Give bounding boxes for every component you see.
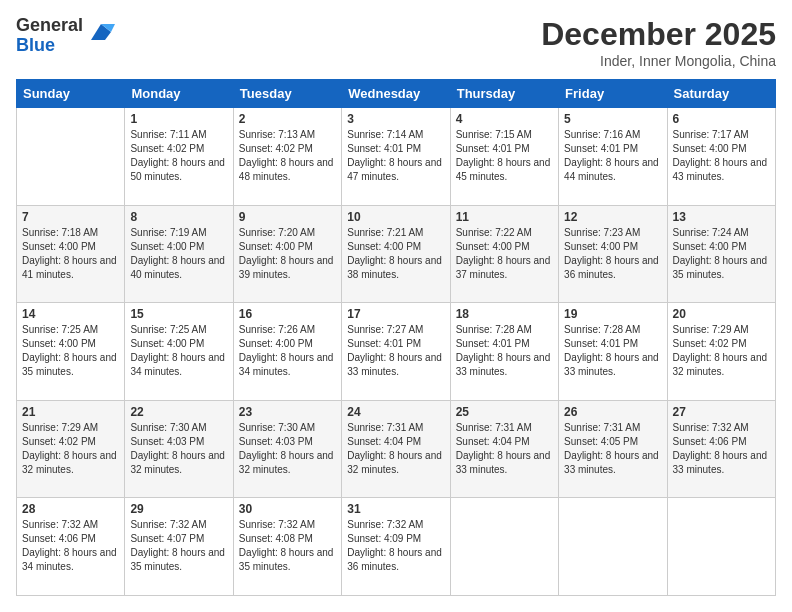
table-row: 27 Sunrise: 7:32 AMSunset: 4:06 PMDaylig… bbox=[667, 400, 775, 498]
cell-info: Sunrise: 7:17 AMSunset: 4:00 PMDaylight:… bbox=[673, 129, 768, 182]
cell-info: Sunrise: 7:25 AMSunset: 4:00 PMDaylight:… bbox=[130, 324, 225, 377]
cell-info: Sunrise: 7:27 AMSunset: 4:01 PMDaylight:… bbox=[347, 324, 442, 377]
table-row: 13 Sunrise: 7:24 AMSunset: 4:00 PMDaylig… bbox=[667, 205, 775, 303]
header-wednesday: Wednesday bbox=[342, 80, 450, 108]
day-number: 14 bbox=[22, 307, 119, 321]
location: Inder, Inner Mongolia, China bbox=[541, 53, 776, 69]
cell-info: Sunrise: 7:29 AMSunset: 4:02 PMDaylight:… bbox=[673, 324, 768, 377]
cell-info: Sunrise: 7:32 AMSunset: 4:08 PMDaylight:… bbox=[239, 519, 334, 572]
cell-info: Sunrise: 7:31 AMSunset: 4:05 PMDaylight:… bbox=[564, 422, 659, 475]
cell-info: Sunrise: 7:16 AMSunset: 4:01 PMDaylight:… bbox=[564, 129, 659, 182]
cell-info: Sunrise: 7:29 AMSunset: 4:02 PMDaylight:… bbox=[22, 422, 117, 475]
day-number: 22 bbox=[130, 405, 227, 419]
table-row: 29 Sunrise: 7:32 AMSunset: 4:07 PMDaylig… bbox=[125, 498, 233, 596]
table-row: 26 Sunrise: 7:31 AMSunset: 4:05 PMDaylig… bbox=[559, 400, 667, 498]
logo-blue: Blue bbox=[16, 36, 83, 56]
day-number: 9 bbox=[239, 210, 336, 224]
cell-info: Sunrise: 7:28 AMSunset: 4:01 PMDaylight:… bbox=[564, 324, 659, 377]
table-row: 30 Sunrise: 7:32 AMSunset: 4:08 PMDaylig… bbox=[233, 498, 341, 596]
header-monday: Monday bbox=[125, 80, 233, 108]
cell-info: Sunrise: 7:24 AMSunset: 4:00 PMDaylight:… bbox=[673, 227, 768, 280]
table-row: 28 Sunrise: 7:32 AMSunset: 4:06 PMDaylig… bbox=[17, 498, 125, 596]
day-number: 15 bbox=[130, 307, 227, 321]
table-row: 8 Sunrise: 7:19 AMSunset: 4:00 PMDayligh… bbox=[125, 205, 233, 303]
day-number: 12 bbox=[564, 210, 661, 224]
day-number: 21 bbox=[22, 405, 119, 419]
cell-info: Sunrise: 7:23 AMSunset: 4:00 PMDaylight:… bbox=[564, 227, 659, 280]
calendar-week-4: 21 Sunrise: 7:29 AMSunset: 4:02 PMDaylig… bbox=[17, 400, 776, 498]
cell-info: Sunrise: 7:32 AMSunset: 4:07 PMDaylight:… bbox=[130, 519, 225, 572]
cell-info: Sunrise: 7:20 AMSunset: 4:00 PMDaylight:… bbox=[239, 227, 334, 280]
day-number: 6 bbox=[673, 112, 770, 126]
day-number: 19 bbox=[564, 307, 661, 321]
cell-info: Sunrise: 7:30 AMSunset: 4:03 PMDaylight:… bbox=[130, 422, 225, 475]
day-number: 27 bbox=[673, 405, 770, 419]
table-row: 2 Sunrise: 7:13 AMSunset: 4:02 PMDayligh… bbox=[233, 108, 341, 206]
logo: General Blue bbox=[16, 16, 115, 56]
header-thursday: Thursday bbox=[450, 80, 558, 108]
table-row: 6 Sunrise: 7:17 AMSunset: 4:00 PMDayligh… bbox=[667, 108, 775, 206]
table-row bbox=[667, 498, 775, 596]
cell-info: Sunrise: 7:31 AMSunset: 4:04 PMDaylight:… bbox=[456, 422, 551, 475]
cell-info: Sunrise: 7:22 AMSunset: 4:00 PMDaylight:… bbox=[456, 227, 551, 280]
cell-info: Sunrise: 7:31 AMSunset: 4:04 PMDaylight:… bbox=[347, 422, 442, 475]
cell-info: Sunrise: 7:11 AMSunset: 4:02 PMDaylight:… bbox=[130, 129, 225, 182]
header-friday: Friday bbox=[559, 80, 667, 108]
day-number: 18 bbox=[456, 307, 553, 321]
day-number: 11 bbox=[456, 210, 553, 224]
day-number: 7 bbox=[22, 210, 119, 224]
calendar-week-3: 14 Sunrise: 7:25 AMSunset: 4:00 PMDaylig… bbox=[17, 303, 776, 401]
table-row: 3 Sunrise: 7:14 AMSunset: 4:01 PMDayligh… bbox=[342, 108, 450, 206]
logo-general: General bbox=[16, 16, 83, 36]
cell-info: Sunrise: 7:32 AMSunset: 4:09 PMDaylight:… bbox=[347, 519, 442, 572]
cell-info: Sunrise: 7:32 AMSunset: 4:06 PMDaylight:… bbox=[22, 519, 117, 572]
cell-info: Sunrise: 7:15 AMSunset: 4:01 PMDaylight:… bbox=[456, 129, 551, 182]
cell-info: Sunrise: 7:26 AMSunset: 4:00 PMDaylight:… bbox=[239, 324, 334, 377]
table-row bbox=[450, 498, 558, 596]
title-section: December 2025 Inder, Inner Mongolia, Chi… bbox=[541, 16, 776, 69]
cell-info: Sunrise: 7:14 AMSunset: 4:01 PMDaylight:… bbox=[347, 129, 442, 182]
day-number: 13 bbox=[673, 210, 770, 224]
table-row: 21 Sunrise: 7:29 AMSunset: 4:02 PMDaylig… bbox=[17, 400, 125, 498]
day-number: 17 bbox=[347, 307, 444, 321]
table-row: 16 Sunrise: 7:26 AMSunset: 4:00 PMDaylig… bbox=[233, 303, 341, 401]
cell-info: Sunrise: 7:19 AMSunset: 4:00 PMDaylight:… bbox=[130, 227, 225, 280]
table-row: 31 Sunrise: 7:32 AMSunset: 4:09 PMDaylig… bbox=[342, 498, 450, 596]
header: General Blue December 2025 Inder, Inner … bbox=[16, 16, 776, 69]
table-row: 1 Sunrise: 7:11 AMSunset: 4:02 PMDayligh… bbox=[125, 108, 233, 206]
table-row: 11 Sunrise: 7:22 AMSunset: 4:00 PMDaylig… bbox=[450, 205, 558, 303]
table-row: 14 Sunrise: 7:25 AMSunset: 4:00 PMDaylig… bbox=[17, 303, 125, 401]
calendar-week-1: 1 Sunrise: 7:11 AMSunset: 4:02 PMDayligh… bbox=[17, 108, 776, 206]
day-number: 3 bbox=[347, 112, 444, 126]
day-number: 30 bbox=[239, 502, 336, 516]
cell-info: Sunrise: 7:25 AMSunset: 4:00 PMDaylight:… bbox=[22, 324, 117, 377]
table-row: 20 Sunrise: 7:29 AMSunset: 4:02 PMDaylig… bbox=[667, 303, 775, 401]
day-number: 5 bbox=[564, 112, 661, 126]
table-row: 7 Sunrise: 7:18 AMSunset: 4:00 PMDayligh… bbox=[17, 205, 125, 303]
table-row: 5 Sunrise: 7:16 AMSunset: 4:01 PMDayligh… bbox=[559, 108, 667, 206]
table-row: 15 Sunrise: 7:25 AMSunset: 4:00 PMDaylig… bbox=[125, 303, 233, 401]
header-saturday: Saturday bbox=[667, 80, 775, 108]
day-number: 26 bbox=[564, 405, 661, 419]
cell-info: Sunrise: 7:18 AMSunset: 4:00 PMDaylight:… bbox=[22, 227, 117, 280]
table-row: 23 Sunrise: 7:30 AMSunset: 4:03 PMDaylig… bbox=[233, 400, 341, 498]
table-row: 25 Sunrise: 7:31 AMSunset: 4:04 PMDaylig… bbox=[450, 400, 558, 498]
day-number: 2 bbox=[239, 112, 336, 126]
header-tuesday: Tuesday bbox=[233, 80, 341, 108]
table-row: 18 Sunrise: 7:28 AMSunset: 4:01 PMDaylig… bbox=[450, 303, 558, 401]
cell-info: Sunrise: 7:21 AMSunset: 4:00 PMDaylight:… bbox=[347, 227, 442, 280]
month-title: December 2025 bbox=[541, 16, 776, 53]
logo-icon bbox=[87, 18, 115, 46]
table-row: 24 Sunrise: 7:31 AMSunset: 4:04 PMDaylig… bbox=[342, 400, 450, 498]
day-number: 20 bbox=[673, 307, 770, 321]
cell-info: Sunrise: 7:30 AMSunset: 4:03 PMDaylight:… bbox=[239, 422, 334, 475]
day-number: 24 bbox=[347, 405, 444, 419]
weekday-header-row: Sunday Monday Tuesday Wednesday Thursday… bbox=[17, 80, 776, 108]
cell-info: Sunrise: 7:28 AMSunset: 4:01 PMDaylight:… bbox=[456, 324, 551, 377]
table-row: 17 Sunrise: 7:27 AMSunset: 4:01 PMDaylig… bbox=[342, 303, 450, 401]
table-row: 10 Sunrise: 7:21 AMSunset: 4:00 PMDaylig… bbox=[342, 205, 450, 303]
day-number: 23 bbox=[239, 405, 336, 419]
cell-info: Sunrise: 7:13 AMSunset: 4:02 PMDaylight:… bbox=[239, 129, 334, 182]
day-number: 8 bbox=[130, 210, 227, 224]
table-row: 19 Sunrise: 7:28 AMSunset: 4:01 PMDaylig… bbox=[559, 303, 667, 401]
